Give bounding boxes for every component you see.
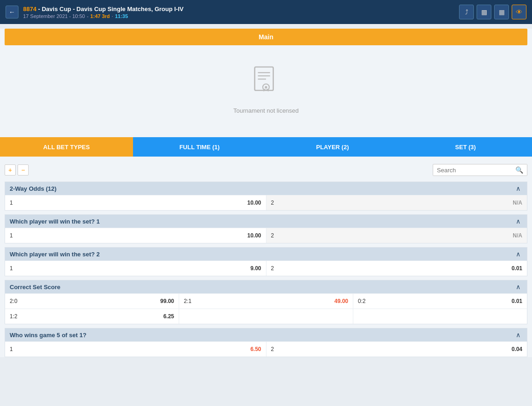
- bet-cell-value: 6.50: [250, 346, 261, 352]
- bet-cell[interactable]: 2N/A: [266, 195, 527, 210]
- bet-section-header: Correct Set Score∧: [5, 280, 527, 293]
- bet-cell-label: 1: [10, 200, 13, 206]
- tab-all-bet-types[interactable]: ALL BET TYPES: [0, 137, 133, 157]
- not-licensed-icon: [250, 64, 282, 103]
- tab-full-time[interactable]: FULL TIME (1): [133, 137, 266, 157]
- certificate-icon: [250, 64, 282, 96]
- tab-set[interactable]: Set (3): [399, 137, 532, 157]
- bet-cell-value: N/A: [513, 200, 522, 206]
- bet-row: 16.5020.04: [5, 341, 527, 357]
- bet-cell-label: 1: [10, 232, 13, 239]
- bet-section-title: Which player will win the set? 2: [10, 251, 100, 258]
- main-banner: Main: [5, 29, 527, 45]
- bet-cell-value: N/A: [513, 232, 522, 239]
- bet-section-title: Who wins game 5 of set 1?: [10, 332, 86, 339]
- bet-section: Correct Set Score∧2:099.002:149.000:20.0…: [5, 280, 527, 324]
- bet-cell[interactable]: 2N/A: [266, 228, 527, 243]
- bet-section-title: Which player will win the set? 1: [10, 218, 100, 225]
- header-left: ← 8874 - Davis Cup - Davis Cup Single Ma…: [6, 6, 183, 19]
- header-info: 8874 - Davis Cup - Davis Cup Single Matc…: [23, 6, 183, 19]
- bet-section-title: 2-Way Odds (12): [10, 185, 56, 192]
- collapse-section-button[interactable]: ∧: [514, 185, 522, 192]
- bet-cell-value: 6.25: [163, 313, 174, 320]
- not-licensed-text: Tournament not licensed: [233, 107, 299, 114]
- bet-section: Which player will win the set? 2∧19.0020…: [5, 247, 527, 276]
- bet-cell-value: 0.01: [512, 265, 522, 272]
- bet-cell-label: 2: [271, 232, 274, 239]
- expand-all-button[interactable]: +: [5, 164, 16, 176]
- bet-section: Who wins game 5 of set 1?∧16.5020.04: [5, 328, 527, 357]
- search-input[interactable]: [433, 165, 512, 176]
- bet-cell-label: 0:2: [358, 298, 366, 304]
- table-button[interactable]: ▦: [494, 5, 509, 19]
- bet-cell-label: 2: [271, 265, 274, 272]
- bet-cell[interactable]: 1:26.25: [5, 309, 179, 324]
- collapse-section-button[interactable]: ∧: [514, 218, 522, 225]
- bet-cell-value: 10.00: [247, 232, 261, 239]
- share-button[interactable]: ⤴: [459, 5, 474, 19]
- controls-row: + − 🔍: [0, 161, 532, 179]
- bet-section: Which player will win the set? 1∧110.002…: [5, 214, 527, 243]
- sections-container: 2-Way Odds (12)∧110.002N/AWhich player w…: [0, 182, 532, 357]
- bet-cell-label: 2: [271, 346, 274, 352]
- bet-cell-label: 2:1: [184, 298, 192, 304]
- bet-row: 19.0020.01: [5, 261, 527, 276]
- collapse-section-button[interactable]: ∧: [514, 283, 522, 291]
- bet-cell: [353, 309, 527, 324]
- bet-cell: [179, 309, 353, 324]
- bet-cell[interactable]: 0:20.01: [353, 294, 527, 309]
- collapse-all-button[interactable]: −: [18, 164, 29, 176]
- time2: 11:35: [115, 13, 128, 19]
- collapse-section-button[interactable]: ∧: [514, 331, 522, 339]
- bet-cell-label: 1: [10, 265, 13, 272]
- header-title: 8874 - Davis Cup - Davis Cup Single Matc…: [23, 6, 183, 12]
- back-button[interactable]: ←: [6, 6, 18, 18]
- expand-buttons: + −: [5, 164, 29, 176]
- search-button[interactable]: 🔍: [512, 164, 527, 176]
- eye-button[interactable]: 👁: [512, 5, 526, 19]
- bet-section-title: Correct Set Score: [10, 284, 60, 291]
- bet-cell-label: 2: [271, 200, 274, 206]
- tab-player[interactable]: Player (2): [266, 137, 399, 157]
- bet-cell-value: 49.00: [334, 298, 348, 304]
- bet-section-header: 2-Way Odds (12)∧: [5, 182, 527, 195]
- bet-row: 110.002N/A: [5, 228, 527, 243]
- bet-row: 2:099.002:149.000:20.01: [5, 293, 527, 309]
- bet-cell[interactable]: 16.50: [5, 342, 266, 357]
- search-box: 🔍: [433, 164, 527, 176]
- collapse-section-button[interactable]: ∧: [514, 250, 522, 258]
- header-subtitle: 17 September 2021 - 10:50 - 1:47 3rd · 1…: [23, 13, 183, 19]
- bet-cell[interactable]: 2:099.00: [5, 294, 179, 309]
- live-time: 1:47 3rd: [91, 13, 110, 19]
- bet-cell[interactable]: 20.01: [266, 261, 527, 276]
- bet-cell[interactable]: 110.00: [5, 195, 266, 210]
- bet-tabs: ALL BET TYPES FULL TIME (1) Player (2) S…: [0, 137, 532, 157]
- bet-cell-value: 0.01: [512, 298, 522, 304]
- not-licensed-section: Tournament not licensed: [5, 50, 527, 133]
- header: ← 8874 - Davis Cup - Davis Cup Single Ma…: [0, 0, 532, 24]
- bet-cell[interactable]: 19.00: [5, 261, 266, 276]
- bet-cell-value: 0.04: [512, 346, 522, 352]
- bet-cell[interactable]: 110.00: [5, 228, 266, 243]
- bet-section-header: Which player will win the set? 1∧: [5, 215, 527, 228]
- bet-cell-value: 99.00: [160, 298, 174, 304]
- bet-section-header: Who wins game 5 of set 1?∧: [5, 328, 527, 341]
- bet-cell[interactable]: 2:149.00: [179, 294, 353, 309]
- event-id: 8874: [23, 6, 36, 12]
- bet-section-header: Which player will win the set? 2∧: [5, 248, 527, 261]
- chart-button[interactable]: ▩: [477, 5, 491, 19]
- bet-cell-label: 1:2: [10, 313, 18, 320]
- bet-row: 110.002N/A: [5, 195, 527, 210]
- bet-section: 2-Way Odds (12)∧110.002N/A: [5, 182, 527, 211]
- bet-cell-value: 10.00: [247, 200, 261, 206]
- main-content: Main Tournament not licensed ALL BET TYP…: [0, 29, 532, 357]
- bet-row: 1:26.25: [5, 309, 527, 324]
- bet-cell-label: 2:0: [10, 298, 18, 304]
- bet-cell-value: 9.00: [250, 265, 261, 272]
- bet-cell[interactable]: 20.04: [266, 342, 527, 357]
- header-icons: ⤴ ▩ ▦ 👁: [459, 5, 526, 19]
- bet-cell-label: 1: [10, 346, 13, 352]
- svg-point-5: [265, 86, 267, 88]
